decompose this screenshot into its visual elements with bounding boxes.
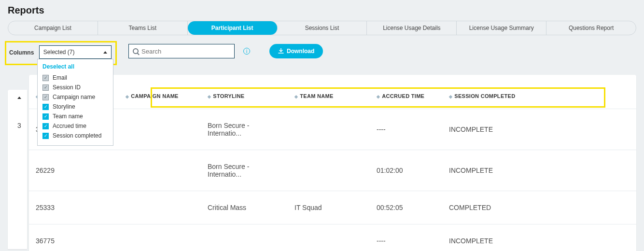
cell-team-name: [290, 109, 372, 150]
tab-campaign-list[interactable]: Campaign List: [8, 21, 98, 35]
cell-storyline: Born Secure - Internatio...: [203, 150, 290, 191]
column-option-storyline[interactable]: ✓Storyline: [42, 102, 108, 112]
col-header-text: SESSION COMPLETED: [454, 93, 515, 99]
checkbox-icon: ✓: [42, 75, 49, 81]
column-option-team-name[interactable]: ✓Team name: [42, 112, 108, 121]
cell-session-completed: INCOMPLETE: [444, 150, 636, 191]
cell-session-completed: INCOMPLETE: [444, 224, 636, 251]
col-header-text: ACCRUED TIME: [382, 93, 424, 99]
download-label: Download: [287, 48, 314, 55]
cell-campaign-name: [121, 150, 203, 191]
column-option-accrued-time[interactable]: ✓Accrued time: [42, 121, 108, 131]
cell-campaign-name: [121, 109, 203, 150]
columns-selected-value: Selected (7): [43, 49, 75, 56]
col-header-text: TEAM NAME: [300, 93, 333, 99]
columns-select[interactable]: Selected (7): [39, 45, 112, 59]
tab-teams-list[interactable]: Teams List: [98, 21, 188, 35]
tab-license-usage-details[interactable]: License Usage Details: [367, 21, 457, 35]
download-icon: [278, 48, 284, 54]
search-input[interactable]: [141, 48, 230, 55]
cell-accrued-time: ----: [372, 224, 444, 251]
cell-session-completed: COMPLETED: [444, 191, 636, 224]
column-option-label: Email: [53, 74, 67, 81]
search-box[interactable]: [128, 44, 235, 58]
table-row[interactable]: 36645 Born Secure - Internatio... ---- I…: [29, 109, 636, 150]
col-team-name[interactable]: ◆TEAM NAME: [290, 75, 372, 109]
col-storyline[interactable]: ◆STORYLINE: [203, 75, 290, 109]
checkbox-icon: ✓: [42, 94, 49, 100]
cell-team-name: [290, 150, 372, 191]
checkbox-icon: ✓: [42, 84, 49, 91]
col-campaign-name[interactable]: ◆CAMPAIGN NAME: [121, 75, 203, 109]
sort-icon: ◆: [449, 95, 452, 98]
column-option-label: Session ID: [53, 84, 81, 91]
column-option-label: Storyline: [53, 103, 75, 110]
cell-session-id: 25333: [29, 191, 121, 224]
cell-accrued-time: ----: [372, 109, 444, 150]
download-button[interactable]: Download: [269, 44, 323, 58]
column-option-session-id[interactable]: ✓Session ID: [42, 83, 108, 92]
cell-storyline: Born Secure - Internatio...: [203, 109, 290, 150]
column-option-session-completed[interactable]: ✓Session completed: [42, 131, 108, 140]
stub-cell: 3: [17, 122, 21, 129]
results-table: ◆SESSION ID ◆CAMPAIGN NAME ◆STORYLINE ◆T…: [29, 75, 636, 251]
report-tabs: Campaign List Teams List Participant Lis…: [8, 21, 636, 35]
left-column-stub: 3: [8, 90, 27, 249]
columns-label: Columns: [9, 45, 34, 56]
sort-icon: ◆: [294, 95, 298, 98]
cell-team-name: [290, 224, 372, 251]
sort-icon: ◆: [126, 95, 129, 98]
results-table-card: ◆SESSION ID ◆CAMPAIGN NAME ◆STORYLINE ◆T…: [29, 75, 636, 251]
tab-sessions-list[interactable]: Sessions List: [278, 21, 367, 35]
cell-session-id: 36775: [29, 224, 121, 251]
column-option-email[interactable]: ✓Email: [42, 73, 108, 83]
cell-storyline: Critical Mass: [203, 191, 290, 224]
table-row[interactable]: 26229 Born Secure - Internatio... 01:02:…: [29, 150, 636, 191]
cell-session-id: 26229: [29, 150, 121, 191]
sort-up-icon: [17, 97, 21, 99]
page-title: Reports: [0, 0, 644, 21]
col-header-text: STORYLINE: [213, 93, 244, 99]
column-option-campaign-name[interactable]: ✓Campaign name: [42, 92, 108, 102]
tab-participant-list[interactable]: Participant List: [188, 21, 278, 35]
col-header-text: CAMPAIGN NAME: [131, 93, 178, 99]
column-option-label: Campaign name: [53, 94, 95, 100]
cell-session-completed: INCOMPLETE: [444, 109, 636, 150]
columns-dropdown: Deselect all ✓Email ✓Session ID ✓Campaig…: [37, 59, 113, 146]
deselect-all-link[interactable]: Deselect all: [42, 63, 108, 73]
cell-accrued-time: 01:02:00: [372, 150, 444, 191]
cell-team-name: IT Squad: [290, 191, 372, 224]
cell-campaign-name: [121, 224, 203, 251]
checkbox-checked-icon: ✓: [42, 133, 49, 139]
tab-license-usage-summary[interactable]: License Usage Summary: [457, 21, 546, 35]
sort-icon: ◆: [208, 95, 211, 98]
checkbox-checked-icon: ✓: [42, 113, 49, 120]
checkbox-checked-icon: ✓: [42, 123, 49, 129]
checkbox-checked-icon: ✓: [42, 104, 49, 110]
col-session-completed[interactable]: ◆SESSION COMPLETED: [444, 75, 636, 109]
sort-icon: ◆: [377, 95, 380, 98]
info-icon[interactable]: i: [243, 48, 250, 55]
table-row[interactable]: 25333 Critical Mass IT Squad 00:52:05 CO…: [29, 191, 636, 224]
search-icon: [133, 48, 139, 54]
columns-selector-highlight: Columns Selected (7) Deselect all ✓Email…: [5, 41, 117, 65]
column-option-label: Accrued time: [53, 123, 86, 129]
table-row[interactable]: 36775 ---- INCOMPLETE: [29, 224, 636, 251]
column-option-label: Session completed: [53, 132, 101, 139]
cell-campaign-name: [121, 191, 203, 224]
caret-up-icon: [103, 51, 107, 54]
cell-accrued-time: 00:52:05: [372, 191, 444, 224]
col-accrued-time[interactable]: ◆ACCRUED TIME: [372, 75, 444, 109]
column-option-label: Team name: [53, 113, 83, 120]
tab-questions-report[interactable]: Questions Report: [546, 21, 636, 35]
cell-storyline: [203, 224, 290, 251]
